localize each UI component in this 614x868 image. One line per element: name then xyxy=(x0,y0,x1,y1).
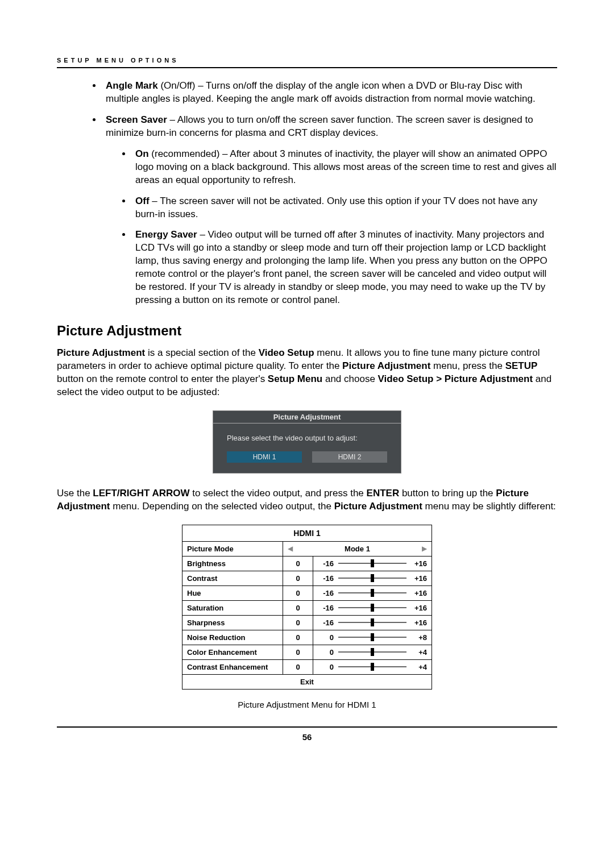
slider[interactable]: 0+4 xyxy=(318,648,427,657)
slider[interactable]: 0+4 xyxy=(318,663,427,671)
slider-min: -16 xyxy=(318,589,334,597)
row-label: Color Enhancement xyxy=(182,645,283,659)
table-row-mode: Picture Mode ◀ Mode 1 ▶ xyxy=(182,541,432,556)
text-part: button to bring up the xyxy=(399,488,496,499)
table-title: HDMI 1 xyxy=(182,525,432,541)
sub-option-on: On (recommended) – After about 3 minutes… xyxy=(132,148,557,187)
screen-saver-sublist: On (recommended) – After about 3 minutes… xyxy=(106,148,557,307)
option-sub: (On/Off) xyxy=(160,80,195,91)
sub-title: Off xyxy=(135,196,150,206)
slider-min: -16 xyxy=(318,559,334,568)
mode-value: Mode 1 xyxy=(345,545,370,553)
second-paragraph: Use the LEFT/RIGHT ARROW to select the v… xyxy=(57,487,557,513)
table-row: Noise Reduction00+8 xyxy=(182,630,432,645)
text-part: Use the xyxy=(57,488,93,499)
page-header-label: SETUP MENU OPTIONS xyxy=(57,57,557,64)
row-value: 0 xyxy=(283,615,313,630)
hdmi2-button[interactable]: HDMI 2 xyxy=(312,451,387,463)
row-label: Hue xyxy=(182,585,283,600)
slider[interactable]: -16+16 xyxy=(318,574,427,583)
sub-title: On xyxy=(135,148,149,159)
slider-max: +4 xyxy=(411,663,427,671)
row-value: 0 xyxy=(283,585,313,600)
text-part: button on the remote control to enter th… xyxy=(57,373,268,384)
options-list: Angle Mark (On/Off) – Turns on/off the d… xyxy=(57,80,557,307)
option-angle-mark: Angle Mark (On/Off) – Turns on/off the d… xyxy=(102,80,557,106)
text-part: to select the video output, and press th… xyxy=(190,488,367,499)
row-value: 0 xyxy=(283,556,313,571)
table-row: Color Enhancement00+4 xyxy=(182,645,432,659)
exit-button[interactable]: Exit xyxy=(182,674,432,689)
row-label: Saturation xyxy=(182,600,283,615)
table-row: Brightness0-16+16 xyxy=(182,556,432,571)
slider-max: +16 xyxy=(411,604,427,612)
intro-paragraph: Picture Adjustment is a special section … xyxy=(57,347,557,399)
slider[interactable]: -16+16 xyxy=(318,604,427,612)
row-value: 0 xyxy=(283,659,313,674)
row-value: 0 xyxy=(283,571,313,585)
row-value: 0 xyxy=(283,600,313,615)
row-label: Contrast xyxy=(182,571,283,585)
text-part: Picture Adjustment xyxy=(334,501,422,512)
slider-max: +8 xyxy=(411,633,427,642)
table-caption: Picture Adjustment Menu for HDMI 1 xyxy=(57,700,557,709)
table-row: Saturation0-16+16 xyxy=(182,600,432,615)
text-part: SETUP xyxy=(505,360,538,371)
chevron-right-icon[interactable]: ▶ xyxy=(422,545,427,553)
sub-sub: (recommended) xyxy=(151,148,219,159)
text-part: menu may be slightly different: xyxy=(422,501,556,512)
text-part: Picture Adjustment xyxy=(342,360,430,371)
text-part: menu, press the xyxy=(430,360,505,371)
slider-min: -16 xyxy=(318,618,334,627)
option-text: – Allows you to turn on/off the screen s… xyxy=(106,114,533,138)
sub-title: Energy Saver xyxy=(135,229,197,240)
hdmi1-button[interactable]: HDMI 1 xyxy=(227,451,302,463)
table-row: Sharpness0-16+16 xyxy=(182,615,432,630)
table-row: Contrast0-16+16 xyxy=(182,571,432,585)
option-screen-saver: Screen Saver – Allows you to turn on/off… xyxy=(102,114,557,307)
dialog-prompt: Please select the video output to adjust… xyxy=(227,434,387,442)
footer-rule xyxy=(57,726,557,728)
hdmi-adjustment-table: HDMI 1 Picture Mode ◀ Mode 1 ▶ Brightnes… xyxy=(182,525,432,690)
slider-min: 0 xyxy=(318,663,334,671)
option-title: Screen Saver xyxy=(106,114,167,125)
text-part: LEFT/RIGHT ARROW xyxy=(93,488,189,499)
row-label: Picture Mode xyxy=(182,541,283,556)
slider-max: +16 xyxy=(411,589,427,597)
table-row: Contrast Enhancement00+4 xyxy=(182,659,432,674)
option-title: Angle Mark xyxy=(106,80,158,91)
text-part: and choose xyxy=(322,373,377,384)
slider-max: +16 xyxy=(411,574,427,583)
row-label: Brightness xyxy=(182,556,283,571)
text-part: Video Setup xyxy=(259,347,314,358)
slider-min: -16 xyxy=(318,604,334,612)
chevron-left-icon[interactable]: ◀ xyxy=(288,545,293,553)
row-label: Sharpness xyxy=(182,615,283,630)
slider-min: 0 xyxy=(318,633,334,642)
dialog-title: Picture Adjustment xyxy=(213,411,401,423)
row-label: Contrast Enhancement xyxy=(182,659,283,674)
slider-max: +16 xyxy=(411,618,427,627)
sub-text: – Video output will be turned off after … xyxy=(135,229,547,305)
slider[interactable]: 0+8 xyxy=(318,633,427,642)
slider-max: +4 xyxy=(411,648,427,657)
slider-min: -16 xyxy=(318,574,334,583)
slider[interactable]: -16+16 xyxy=(318,589,427,597)
text-part: Video Setup > Picture Adjustment xyxy=(378,373,533,384)
text-part: ENTER xyxy=(367,488,400,499)
slider[interactable]: -16+16 xyxy=(318,618,427,627)
text-part: is a special section of the xyxy=(145,347,258,358)
slider[interactable]: -16+16 xyxy=(318,559,427,568)
sub-option-off: Off – The screen saver will not be activ… xyxy=(132,195,557,221)
row-value: 0 xyxy=(283,645,313,659)
page-number: 56 xyxy=(57,732,557,742)
row-label: Noise Reduction xyxy=(182,630,283,645)
section-heading: Picture Adjustment xyxy=(57,323,557,339)
text-part: menu. Depending on the selected video ou… xyxy=(110,501,334,512)
text-part: Picture Adjustment xyxy=(57,347,145,358)
header-rule xyxy=(57,67,557,68)
text-part: Setup Menu xyxy=(268,373,322,384)
output-select-dialog: Picture Adjustment Please select the vid… xyxy=(213,410,401,474)
sub-text: – The screen saver will not be activated… xyxy=(135,196,537,219)
sub-option-energy-saver: Energy Saver – Video output will be turn… xyxy=(132,229,557,307)
